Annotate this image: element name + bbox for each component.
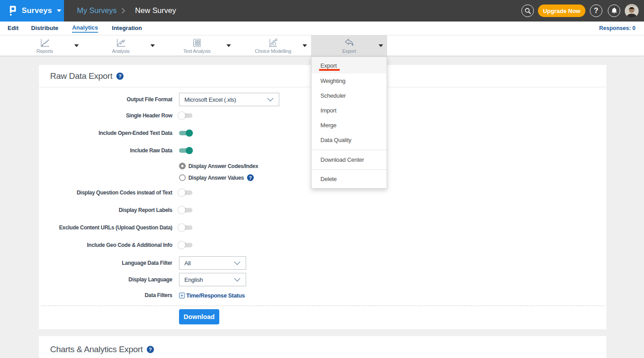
toolbar-item-label: Text Analysis <box>183 48 211 54</box>
breadcrumb-current: New Survey <box>135 6 176 15</box>
survey-nav-tabs: Edit Distribute Analytics Integration Re… <box>0 22 644 35</box>
product-name: Surveys <box>22 6 52 15</box>
toolbar-item-label: Export <box>342 48 356 54</box>
chevron-down-icon <box>234 261 241 265</box>
responses-count: Responses: 0 <box>599 25 635 31</box>
analysis-dropdown-caret-icon[interactable] <box>150 44 155 47</box>
display-language-select[interactable]: English <box>179 273 246 286</box>
toolbar-item-text-analysis[interactable]: Text Analysis <box>159 35 235 56</box>
text-analysis-dropdown-caret-icon[interactable] <box>226 44 231 47</box>
menu-item-delete[interactable]: Delete <box>311 170 387 188</box>
export-arrow-icon <box>344 38 354 48</box>
help-circle-icon[interactable]: ? <box>247 174 254 181</box>
single-header-toggle[interactable] <box>179 113 192 118</box>
chevron-down-icon <box>234 278 241 282</box>
toolbar-item-label: Reports <box>36 48 53 54</box>
multi-line-chart-icon <box>115 38 126 48</box>
field-label: Exclude Content URLs (Upload Question Da… <box>39 224 172 231</box>
question-mark-glyph: ? <box>119 73 122 79</box>
language-filter-select[interactable]: All <box>179 256 246 270</box>
form-row-display-language: Display Language English <box>39 273 606 286</box>
menu-item-weighting[interactable]: Weighting <box>311 73 387 88</box>
menu-item-label: Export <box>320 62 337 69</box>
toolbar-item-label: Analysis <box>112 48 129 54</box>
card-title: Raw Data Export <box>50 71 112 81</box>
toolbar-cell-analysis: Analysis <box>83 35 159 56</box>
search-button[interactable] <box>521 4 534 17</box>
upgrade-now-button[interactable]: Upgrade Now <box>538 4 585 17</box>
menu-item-label: Delete <box>320 176 337 182</box>
reports-dropdown-caret-icon[interactable] <box>74 44 79 47</box>
menu-item-download-center[interactable]: Download Center <box>311 150 387 169</box>
form-row-geo-code: Include Geo Code & Additional Info <box>39 241 606 249</box>
toolbar-item-export[interactable]: Export <box>311 35 387 56</box>
select-value: Microsoft Excel (.xls) <box>184 96 236 103</box>
export-dropdown-caret-icon[interactable] <box>379 44 383 47</box>
open-ended-toggle[interactable] <box>179 131 192 135</box>
help-circle-icon[interactable]: ? <box>147 346 154 353</box>
field-label: Display Report Labels <box>39 207 172 213</box>
plus-square-icon <box>179 293 185 298</box>
toolbar-cell-text-analysis: Text Analysis <box>159 35 235 56</box>
tab-analytics[interactable]: Analytics <box>72 24 98 33</box>
questionpro-logo-icon <box>10 6 16 16</box>
form-row-data-filters: Data Filters Time/Response Status <box>39 291 606 299</box>
field-label: Include Geo Code & Additional Info <box>39 242 172 248</box>
scatter-chart-icon <box>268 38 278 48</box>
choice-modelling-dropdown-caret-icon[interactable] <box>303 44 307 47</box>
radio-label: Display Answer Codes/Index <box>188 163 258 169</box>
menu-item-scheduler[interactable]: Scheduler <box>311 88 387 103</box>
question-mark-glyph: ? <box>249 175 252 181</box>
time-response-status-link[interactable]: Time/Response Status <box>179 292 245 299</box>
menu-item-label: Weighting <box>320 78 345 84</box>
notifications-button[interactable] <box>608 4 620 17</box>
menu-item-merge[interactable]: Merge <box>311 118 387 133</box>
avatar[interactable] <box>625 4 639 18</box>
toolbar-item-label: Choice Modelling <box>255 48 291 54</box>
report-labels-toggle[interactable] <box>179 208 192 212</box>
answer-values-radio[interactable] <box>179 174 186 181</box>
search-icon <box>525 8 531 14</box>
output-format-select[interactable]: Microsoft Excel (.xls) <box>179 93 279 106</box>
exclude-urls-toggle[interactable] <box>179 225 192 230</box>
answer-codes-radio[interactable] <box>179 163 186 169</box>
form-row-exclude-urls: Exclude Content URLs (Upload Question Da… <box>39 224 606 231</box>
help-circle-icon[interactable]: ? <box>116 73 124 80</box>
tab-distribute[interactable]: Distribute <box>31 25 59 32</box>
field-label: Language Data Filter <box>39 260 172 266</box>
field-label: Display Question Codes instead of Text <box>39 190 172 196</box>
toggle-knob <box>178 207 185 214</box>
form-row-question-codes: Display Question Codes instead of Text <box>39 189 606 196</box>
download-button[interactable]: Download <box>179 309 219 324</box>
breadcrumb-separator-icon <box>121 8 125 14</box>
line-chart-icon <box>39 38 50 48</box>
question-mark-glyph: ? <box>149 347 152 352</box>
help-button[interactable]: ? <box>590 4 602 17</box>
geo-code-toggle[interactable] <box>179 243 192 247</box>
top-bar: Surveys My Surveys New Survey Upgrade No… <box>0 0 644 22</box>
avatar-image <box>625 4 639 18</box>
menu-item-label: Data Quality <box>320 137 351 143</box>
toolbar-item-analysis[interactable]: Analysis <box>83 35 159 56</box>
toggle-knob <box>178 224 185 231</box>
product-switcher[interactable]: Surveys <box>0 0 64 22</box>
raw-data-toggle[interactable] <box>179 148 192 153</box>
menu-item-export[interactable]: Export <box>311 57 387 73</box>
analytics-toolbar: Reports Analysis Text Analys <box>0 35 644 56</box>
menu-item-import[interactable]: Import <box>311 103 387 118</box>
tab-integration[interactable]: Integration <box>112 25 142 32</box>
select-value: All <box>184 260 191 267</box>
question-codes-toggle[interactable] <box>179 190 192 195</box>
form-row-report-labels: Display Report Labels <box>39 206 606 214</box>
menu-item-label: Scheduler <box>320 92 346 99</box>
toolbar-item-reports[interactable]: Reports <box>7 35 83 56</box>
bell-icon <box>611 7 618 14</box>
toolbar-item-choice-modelling[interactable]: Choice Modelling <box>235 35 311 56</box>
document-grid-icon <box>192 38 202 48</box>
select-value: English <box>184 276 203 283</box>
topbar-actions: Upgrade Now ? <box>521 4 639 18</box>
breadcrumb-parent[interactable]: My Surveys <box>77 6 117 15</box>
menu-item-data-quality[interactable]: Data Quality <box>311 133 387 150</box>
active-menu-underline <box>319 69 340 71</box>
tab-edit[interactable]: Edit <box>8 25 19 32</box>
